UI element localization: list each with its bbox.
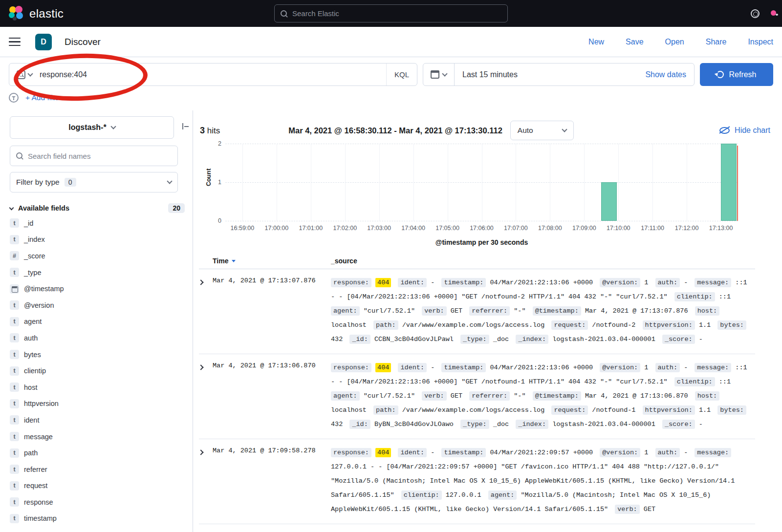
field-search-box[interactable] — [10, 146, 178, 166]
expand-row-button[interactable] — [198, 449, 203, 455]
help-icon[interactable] — [751, 9, 760, 18]
field-list-item[interactable]: tresponse — [0, 494, 193, 511]
field-list-item[interactable]: tclientip — [0, 362, 193, 379]
field-list-item[interactable]: tagent — [0, 314, 193, 330]
filter-bar: + Add filter — [0, 90, 782, 110]
x-axis-caption: @timestamp per 30 seconds — [225, 238, 738, 246]
doc-source: response: 404 ident: - timestamp: 04/Mar… — [331, 361, 755, 431]
menu-button[interactable] — [9, 38, 21, 46]
field-list-item[interactable]: t_type — [0, 264, 193, 281]
field-list-item[interactable]: @timestamp — [0, 280, 193, 297]
interval-select[interactable]: Auto — [510, 121, 574, 140]
x-axis-tick-label: 17:13:00 — [709, 225, 733, 232]
header-action-share[interactable]: Share — [706, 38, 727, 46]
field-type-icon: t — [10, 514, 19, 523]
available-fields-label: Available fields — [18, 204, 69, 212]
field-list-item[interactable]: t@version — [0, 297, 193, 314]
x-axis-tick-label: 17:12:00 — [675, 225, 699, 232]
field-list-item[interactable]: t_index — [0, 232, 193, 248]
source-field-name: message: — [695, 363, 731, 372]
field-search-input[interactable] — [28, 152, 172, 160]
source-field-name: @timestamp: — [533, 306, 581, 316]
field-list-item[interactable]: #_score — [0, 248, 193, 264]
source-field-name: agent: — [331, 306, 360, 316]
available-fields-header[interactable]: Available fields 20 — [10, 203, 185, 213]
query-language-button[interactable]: KQL — [386, 64, 417, 85]
field-list-item[interactable]: tauth — [0, 330, 193, 346]
field-name-label: message — [24, 433, 53, 441]
field-list-item[interactable]: tident — [0, 412, 193, 428]
time-range-button[interactable]: Last 15 minutes — [455, 70, 518, 79]
space-avatar[interactable]: D — [35, 34, 52, 50]
histogram-bar[interactable] — [601, 182, 617, 221]
field-list-item[interactable]: t_id — [0, 215, 193, 232]
field-list-item[interactable]: treferrer — [0, 461, 193, 478]
filter-by-type-count-badge: 0 — [65, 178, 76, 187]
field-name-label: @version — [24, 301, 54, 309]
filter-menu-icon[interactable] — [9, 93, 19, 103]
header-action-inspect[interactable]: Inspect — [748, 38, 773, 46]
add-filter-button[interactable]: + Add filter — [25, 93, 62, 102]
expand-row-button[interactable] — [198, 364, 203, 370]
source-field-value: - — [699, 336, 703, 343]
field-list-item[interactable]: ttimestamp — [0, 511, 193, 527]
expand-row-button[interactable] — [198, 279, 203, 285]
filter-by-type-button[interactable]: Filter by type 0 — [10, 172, 178, 192]
show-dates-button[interactable]: Show dates — [645, 70, 694, 79]
x-gridline — [413, 144, 414, 221]
x-gridline — [687, 144, 687, 221]
source-field-name: message: — [695, 278, 731, 287]
doc-table: Time _source Mar 4, 2021 @ 17:13:07.876r… — [199, 257, 755, 524]
field-list-item[interactable]: tpath — [0, 445, 193, 461]
x-axis-tick-label: 17:11:00 — [641, 225, 664, 232]
histogram-bar[interactable] — [721, 144, 737, 221]
source-field-value: /notfound-1 — [592, 406, 635, 414]
header-action-new[interactable]: New — [588, 38, 604, 46]
elastic-brand[interactable]: elastic — [9, 6, 64, 21]
source-field-name: request: — [551, 320, 588, 330]
source-field-value: 04/Mar/2021:22:13:06 +0000 — [490, 279, 593, 286]
field-list-item[interactable]: tbytes — [0, 346, 193, 363]
x-gridline — [311, 144, 311, 221]
header-action-save[interactable]: Save — [626, 38, 643, 46]
source-field-value: 1.1 — [699, 406, 711, 414]
doc-time: Mar 4, 2021 @ 17:09:58.278 — [213, 446, 331, 516]
index-pattern-selector[interactable]: logstash-* — [10, 116, 174, 139]
field-name-label: referrer — [24, 466, 47, 473]
x-gridline — [379, 144, 380, 221]
field-list-item[interactable]: trequest — [0, 478, 193, 494]
x-axis-tick-label: 17:05:00 — [435, 225, 459, 232]
expand-cell — [199, 361, 213, 431]
saved-query-menu-button[interactable] — [9, 64, 40, 85]
global-search-box[interactable] — [274, 4, 508, 22]
header-action-open[interactable]: Open — [665, 38, 684, 46]
x-axis-tick-label: 17:02:00 — [333, 225, 357, 232]
refresh-button[interactable]: Refresh — [700, 63, 773, 86]
expand-cell — [199, 276, 213, 346]
collapse-sidebar-button[interactable] — [181, 122, 190, 131]
doc-source: response: 404 ident: - timestamp: 04/Mar… — [331, 276, 755, 346]
x-axis-tick-label: 17:08:00 — [538, 225, 562, 232]
field-type-icon: t — [10, 235, 19, 244]
x-axis-tick-label: 17:00:00 — [265, 225, 289, 232]
field-name-label: timestamp — [24, 514, 57, 522]
time-header-label: Time — [213, 257, 228, 265]
field-list-item[interactable]: thttpversion — [0, 396, 193, 412]
source-field-name: clientip: — [674, 377, 715, 386]
time-column-header[interactable]: Time — [213, 257, 331, 265]
query-input[interactable] — [40, 70, 386, 79]
field-list-item[interactable]: thost — [0, 379, 193, 396]
field-name-label: @timestamp — [24, 285, 64, 293]
field-type-icon: t — [10, 415, 19, 425]
field-type-icon: t — [10, 350, 19, 359]
global-search-input[interactable] — [292, 9, 501, 18]
y-axis-tick-label: 0 — [211, 217, 221, 224]
source-column-header: _source — [331, 257, 755, 265]
source-field-name: @version: — [600, 278, 640, 287]
date-quick-menu-button[interactable] — [423, 64, 455, 85]
source-field-name: timestamp: — [441, 448, 486, 457]
doc-time: Mar 4, 2021 @ 17:13:07.876 — [213, 276, 331, 346]
hide-chart-button[interactable]: Hide chart — [719, 126, 770, 135]
field-list-item[interactable]: tmessage — [0, 428, 193, 445]
field-name-label: agent — [24, 318, 42, 325]
